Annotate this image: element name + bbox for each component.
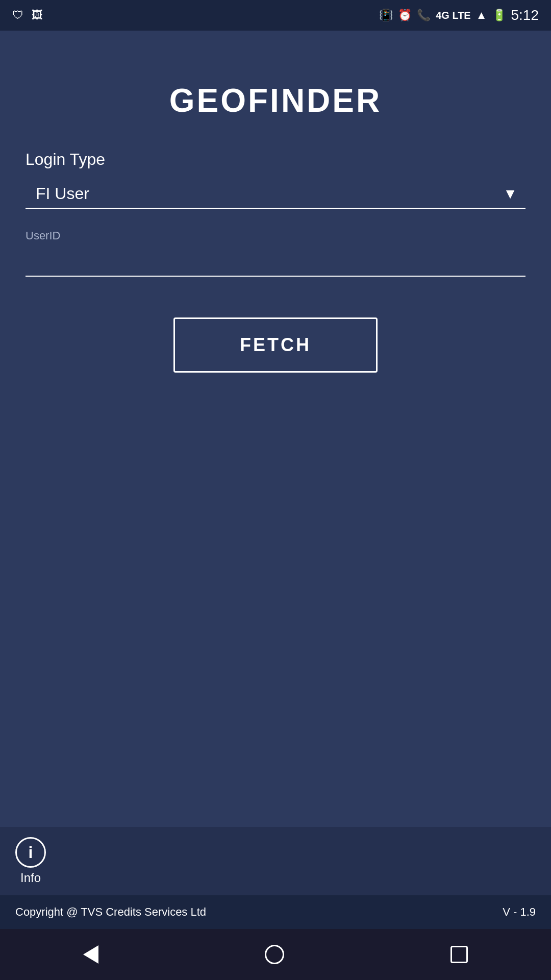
copyright-bar: Copyright @ TVS Credits Services Ltd V -… [0,895,551,929]
userid-input[interactable] [26,247,525,277]
back-icon [83,945,98,964]
info-button[interactable]: i Info [15,837,46,885]
phone-icon: 📞 [417,9,431,22]
status-bar-left-icons: 🛡 🖼 [12,9,43,22]
login-type-label: Login Type [26,150,525,169]
signal-icon: ▲ [476,9,487,22]
image-icon: 🖼 [32,9,43,22]
userid-input-group: UserID [26,229,525,277]
alarm-icon: ⏰ [398,9,412,22]
info-icon: i [15,837,46,868]
login-type-select[interactable]: FI User Admin Manager [26,179,525,209]
nav-back-button[interactable] [83,945,98,964]
main-content: GEOFINDER Login Type FI User Admin Manag… [0,31,551,827]
copyright-text: Copyright @ TVS Credits Services Ltd [15,905,206,919]
fetch-button[interactable]: FETCH [173,317,378,373]
nav-recents-button[interactable] [450,946,468,963]
userid-label: UserID [26,229,525,242]
bottom-section: i Info Copyright @ TVS Credits Services … [0,827,551,929]
lte-icon: 4G LTE [436,10,471,21]
battery-icon: 🔋 [492,9,506,22]
info-label: Info [20,871,41,885]
home-icon [265,945,284,964]
status-bar-right-icons: 📳 ⏰ 📞 4G LTE ▲ 🔋 5:12 [379,7,539,23]
system-nav-bar [0,929,551,980]
login-type-dropdown-container[interactable]: FI User Admin Manager ▼ [26,179,525,209]
nav-home-button[interactable] [265,945,284,964]
vibrate-icon: 📳 [379,9,393,22]
app-title: GEOFINDER [26,82,525,119]
status-time: 5:12 [511,7,539,23]
status-bar: 🛡 🖼 📳 ⏰ 📞 4G LTE ▲ 🔋 5:12 [0,0,551,31]
info-bar: i Info [0,827,551,895]
recents-icon [450,946,468,963]
shield-icon: 🛡 [12,9,23,22]
version-text: V - 1.9 [503,905,536,919]
